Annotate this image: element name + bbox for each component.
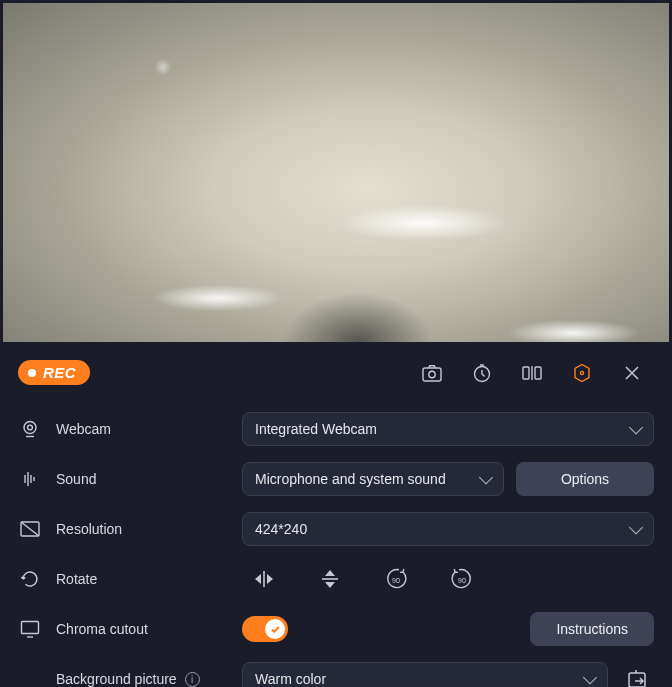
flip-horizontal-icon [253, 571, 275, 587]
info-icon[interactable]: i [185, 672, 200, 687]
webcam-select-value: Integrated Webcam [255, 421, 377, 437]
webcam-icon [18, 417, 42, 441]
svg-point-1 [429, 371, 435, 377]
rotate-row: Rotate 90 90 [18, 556, 654, 602]
rotate-label: Rotate [42, 571, 242, 587]
settings-button[interactable] [560, 353, 604, 393]
flip-horizontal-button[interactable] [242, 562, 286, 596]
check-icon [265, 619, 285, 639]
resolution-select-value: 424*240 [255, 521, 307, 537]
webcam-preview [3, 3, 669, 342]
export-icon [626, 669, 648, 687]
svg-point-7 [28, 425, 33, 430]
export-button[interactable] [620, 662, 654, 687]
sound-select-value: Microphone and system sound [255, 471, 446, 487]
sound-row: Sound Microphone and system sound Option… [18, 456, 654, 502]
svg-rect-13 [22, 622, 39, 634]
rotate-icon [18, 567, 42, 591]
rotate-left-90-icon: 90 [383, 568, 409, 590]
background-label: Background picture i [42, 671, 242, 687]
svg-rect-0 [423, 368, 441, 381]
background-select-value: Warm color [255, 671, 326, 687]
rotate-right-90-icon: 90 [449, 568, 475, 590]
chroma-label: Chroma cutout [42, 621, 242, 637]
webcam-select[interactable]: Integrated Webcam [242, 412, 654, 446]
split-button[interactable] [510, 353, 554, 393]
background-select[interactable]: Warm color [242, 662, 608, 687]
snapshot-button[interactable] [410, 353, 454, 393]
sound-label: Sound [42, 471, 242, 487]
close-button[interactable] [610, 353, 654, 393]
svg-rect-9 [263, 571, 265, 587]
webcam-row: Webcam Integrated Webcam [18, 406, 654, 452]
clock-icon [472, 363, 492, 383]
chroma-row: Chroma cutout Instructions [18, 606, 654, 652]
timer-button[interactable] [460, 353, 504, 393]
camera-icon [422, 364, 442, 382]
record-button[interactable]: REC [18, 360, 90, 385]
hexagon-icon [572, 363, 592, 383]
resolution-label: Resolution [42, 521, 242, 537]
svg-rect-3 [523, 367, 529, 379]
resolution-icon [18, 517, 42, 541]
record-indicator-icon [28, 369, 36, 377]
resolution-select[interactable]: 424*240 [242, 512, 654, 546]
sound-icon [18, 467, 42, 491]
spacer [18, 667, 42, 687]
flip-vertical-button[interactable] [308, 562, 352, 596]
resolution-row: Resolution 424*240 [18, 506, 654, 552]
svg-text:90: 90 [458, 577, 466, 584]
flip-vertical-icon [322, 568, 338, 590]
sound-select[interactable]: Microphone and system sound [242, 462, 504, 496]
webcam-label: Webcam [42, 421, 242, 437]
record-label: REC [43, 364, 76, 381]
svg-rect-4 [535, 367, 541, 379]
svg-rect-10 [322, 578, 338, 580]
chroma-icon [18, 617, 42, 641]
svg-point-6 [24, 422, 36, 434]
rotate-right-90-button[interactable]: 90 [440, 562, 484, 596]
svg-text:90: 90 [392, 577, 400, 584]
settings-panel: Webcam Integrated Webcam Sound Microphon… [0, 400, 672, 687]
background-row: Background picture i Warm color [18, 656, 654, 687]
svg-point-5 [580, 371, 583, 374]
toolbar: REC [0, 345, 672, 400]
sound-options-button[interactable]: Options [516, 462, 654, 496]
rotate-left-90-button[interactable]: 90 [374, 562, 418, 596]
chroma-toggle[interactable] [242, 616, 288, 642]
split-icon [522, 364, 542, 382]
close-icon [624, 365, 640, 381]
instructions-button[interactable]: Instructions [530, 612, 654, 646]
